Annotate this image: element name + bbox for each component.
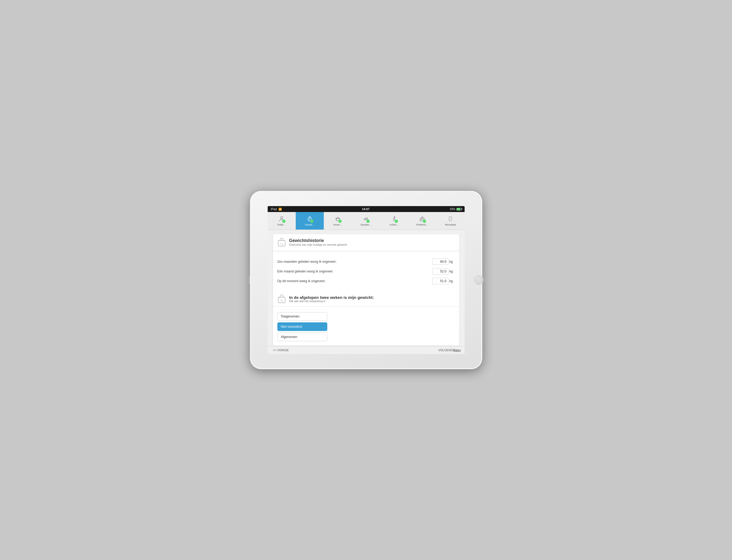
weight-unit-1: kg [450, 269, 455, 273]
tab-patient[interactable]: ✓ Patië… [268, 212, 296, 230]
svg-point-0 [281, 217, 283, 219]
weight-input-group-2: kg [432, 278, 455, 284]
ipad-screen: iPad 📶 14:07 93% ✓ [268, 206, 465, 354]
bag-header-icon: Kg [277, 237, 286, 247]
tab-gewicht-label: Gewid… [305, 223, 315, 226]
svg-text:Kg: Kg [280, 243, 283, 245]
weight-input-group-1: kg [432, 268, 455, 275]
tab-resultaat-label: Resultaat [445, 223, 456, 226]
device-model: iPad [271, 207, 277, 211]
bandage-icon: ✓ [363, 216, 369, 223]
svg-text:Kg: Kg [280, 299, 283, 302]
main-content: Kg Gewichtshistorie Overzicht van mijn h… [268, 230, 465, 346]
card1-subtitle: Overzicht van mijn huidige en recentе ge… [289, 243, 347, 246]
section2-body: Toegenomen Niet veranderd Afgenomen [273, 309, 459, 346]
option-toegenomen[interactable]: Toegenomen [277, 312, 327, 321]
svg-point-5 [365, 218, 366, 219]
weight-row-1: Eén maand geleden woog ik ongeveer: kg [277, 268, 455, 275]
section2-divider [273, 306, 459, 307]
status-right: 93% [450, 208, 461, 211]
card1-header-text: Gewichtshistorie Overzicht van mijn huid… [289, 238, 347, 246]
check-badge-activit: ✓ [394, 219, 398, 223]
svg-point-7 [394, 216, 395, 217]
card1-title: Gewichtshistorie [289, 238, 347, 243]
card1-divider [273, 252, 459, 252]
about-link[interactable]: About [454, 349, 461, 352]
basket-icon: ✓ [335, 216, 341, 223]
card1-header: Kg Gewichtshistorie Overzicht van mijn h… [273, 234, 459, 251]
tab-sympto[interactable]: ✓ Sympto… [352, 212, 380, 230]
weight-row-0: Zes maanden geleden woog ik ongeveer: kg [277, 258, 455, 265]
weight-unit-2: kg [450, 279, 455, 283]
gewichtshistorie-card: Kg Gewichtshistorie Overzicht van mijn h… [273, 234, 459, 346]
tab-resultaat[interactable]: Resultaat [436, 212, 464, 230]
option-niet-veranderd[interactable]: Niet veranderd [277, 322, 327, 331]
card1-body: Zes maanden geleden woog ik ongeveer: kg… [273, 255, 459, 291]
right-avatar [474, 275, 484, 285]
status-time: 14:07 [362, 207, 369, 211]
tab-inname-label: Innan… [333, 223, 342, 226]
bag-tab-icon: Kg ✓ [307, 216, 313, 223]
svg-point-6 [366, 218, 367, 219]
briefcase-icon: ✓ [419, 216, 425, 223]
weight-unit-0: kg [450, 260, 455, 264]
nav-tabs: ✓ Patië… Kg ✓ Gewid… [268, 212, 465, 230]
ipad-shell: iPad 📶 14:07 93% ✓ [250, 191, 482, 369]
weight-input-0[interactable] [432, 258, 448, 265]
tab-activit[interactable]: ✓ Activit… [380, 212, 408, 230]
tab-professi[interactable]: ✓ Professi… [408, 212, 436, 230]
weight-input-2[interactable] [432, 278, 448, 284]
wifi-icon: 📶 [278, 208, 282, 211]
side-button [249, 276, 250, 284]
prev-button[interactable]: << VORIGE [273, 349, 289, 352]
battery-icon [457, 208, 461, 210]
bag-section2-icon: Kg [277, 294, 286, 304]
weight-row-2: Op dit moment weeg ik ongeveer: kg [277, 278, 455, 284]
tab-gewicht[interactable]: Kg ✓ Gewid… [296, 212, 324, 230]
status-bar: iPad 📶 14:07 93% [268, 206, 465, 212]
tab-inname[interactable]: ✓ Innan… [324, 212, 352, 230]
weight-input-1[interactable] [432, 268, 448, 275]
section2-subtitle: Klik aan wat van toepassing is [289, 300, 374, 303]
weight-label-1: Eén maand geleden woog ik ongeveer: [277, 269, 432, 273]
tab-professi-label: Professi… [416, 223, 428, 226]
tab-patient-label: Patië… [277, 223, 286, 226]
tab-activit-label: Activit… [389, 223, 399, 226]
section2-title: In de afgelopen twee weken is mijn gewic… [289, 295, 374, 300]
weight-input-group-0: kg [432, 258, 455, 265]
svg-rect-10 [422, 219, 423, 220]
check-badge-sympto: ✓ [366, 219, 370, 223]
check-badge-professi: ✓ [423, 219, 426, 223]
section2-header-text: In de afgelopen twee weken is mijn gewic… [289, 295, 374, 303]
person-icon: ✓ [279, 216, 285, 223]
weight-label-0: Zes maanden geleden woog ik ongeveer: [277, 260, 432, 264]
tab-sympto-label: Sympto… [360, 223, 372, 226]
battery-fill [457, 208, 461, 210]
section2-header: Kg In de afgelopen twee weken is mijn ge… [273, 291, 459, 305]
document-icon [447, 216, 453, 223]
check-badge-inname: ✓ [338, 219, 342, 223]
footer-nav: << VORIGE VOLGENDE >> [268, 346, 465, 354]
option-afgenomen[interactable]: Afgenomen [277, 333, 327, 341]
battery-percentage: 93% [450, 208, 455, 211]
walk-icon: ✓ [391, 216, 397, 223]
check-badge-patient: ✓ [282, 219, 286, 223]
weight-label-2: Op dit moment weeg ik ongeveer: [277, 279, 432, 283]
check-badge-gewicht: ✓ [310, 219, 314, 223]
status-left: iPad 📶 [271, 207, 282, 211]
